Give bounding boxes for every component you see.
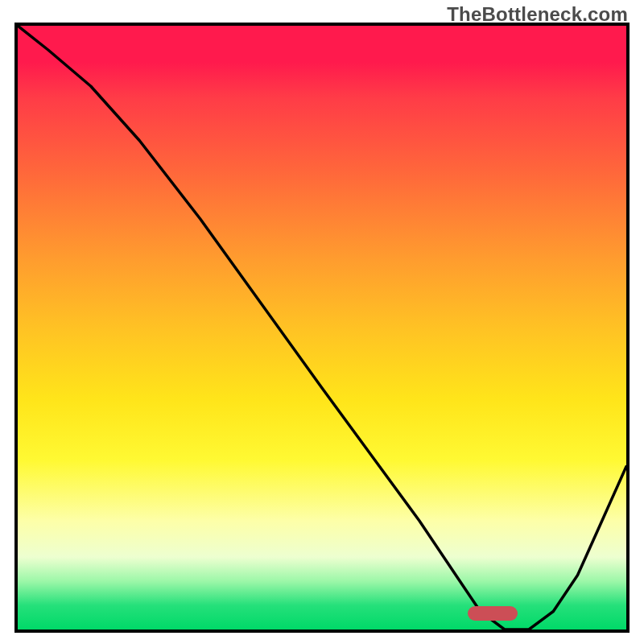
optimal-zone-marker — [468, 606, 518, 621]
bottleneck-curve — [18, 26, 626, 630]
plot-area — [14, 23, 630, 633]
chart-container: TheBottleneck.com — [0, 0, 644, 644]
